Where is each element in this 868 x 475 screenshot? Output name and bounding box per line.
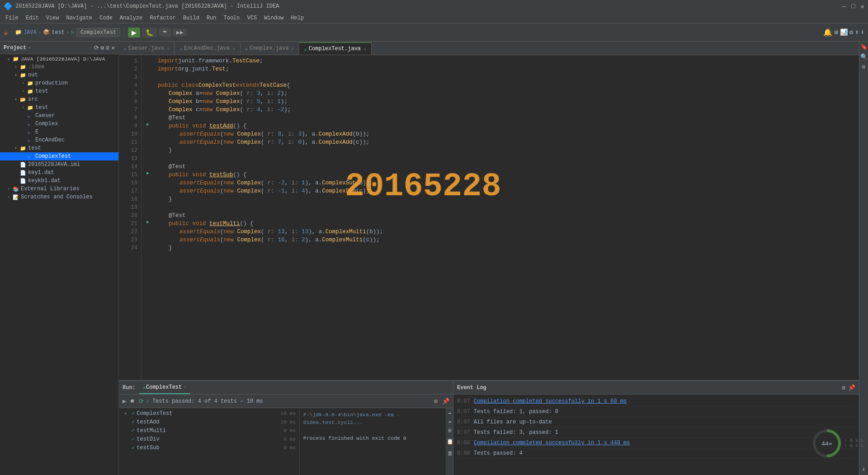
menu-item-view[interactable]: View [42,14,63,22]
close-sidebar-icon[interactable]: ✕ [111,44,115,52]
run-play-icon[interactable]: ▶ [121,397,128,406]
code-line-11: assertEquals(new Complex( r: 7, i: 0), a… [158,138,855,146]
debug-button[interactable]: 🐛 [142,28,157,38]
test-item-testMulti[interactable]: ✓ testMulti 0 ms [119,426,299,435]
test-item-testSub[interactable]: ✓ testSub 0 ms [119,443,299,452]
tree-item-idea[interactable]: › 📁 .idea [0,63,118,71]
run-settings-icon[interactable]: ⚙ [432,397,439,406]
tree-item-production[interactable]: › 📁 production [0,79,118,87]
run-button[interactable]: ▶ [128,28,140,38]
project-name[interactable]: JAVA [24,29,37,36]
run-side-tool-2[interactable]: ⬇ [445,419,453,425]
tree-item-complexTest[interactable]: ☕ ComplexTest [0,152,118,160]
tab-encAndDec[interactable]: ☕ EncAndDec.java ✕ [175,42,240,55]
menu-item-vcs[interactable]: VCS [244,14,261,22]
menu-item-build[interactable]: Build [179,14,203,22]
tree-item-src-test[interactable]: › 📁 test [0,103,118,112]
sidebar-dropdown-icon[interactable]: ▾ [28,45,31,51]
module-name[interactable]: test [52,29,65,36]
vcs-push-icon[interactable]: ⬆ [855,28,859,36]
toolbar-arrow2: › [66,30,70,35]
right-tool-3[interactable]: ⚙ [862,63,866,71]
tab-complexTest[interactable]: ☕ ComplexTest.java ✕ [299,42,371,55]
test-item-testDiv[interactable]: ✓ testDiv 0 ms [119,435,299,443]
code-line-5: Complex a=new Complex( r: 3, i: 2); [158,89,855,98]
code-line-22: assertEquals(new Complex( r: 13, i: 13),… [158,228,855,236]
vcs-pull-icon[interactable]: ⬇ [861,28,864,36]
more-run-button[interactable]: ▶▶ [173,28,187,36]
run-side-tool-5[interactable]: 🗑 [445,448,453,458]
tab-complexTest-close[interactable]: ✕ [363,46,367,52]
run-side-tool-1[interactable]: ⬆ [445,410,453,417]
run-tab-close[interactable]: ✕ [184,385,186,390]
project-structure-icon[interactable]: 📊 [840,28,848,36]
menu-item-help[interactable]: Help [287,14,307,22]
log-link-4[interactable]: Compilation completed successfully in 1 … [474,439,630,447]
menu-item-navigate[interactable]: Navigate [62,14,96,22]
tree-item-keykb1[interactable]: 📄 keykb1.dat [0,177,118,185]
log-entry-2: 8:07 All files are up-to-date [457,417,855,428]
menu-item-run[interactable]: Run [203,14,220,22]
test-item-root[interactable]: ▾ ✓ ComplexTest 10 ms [119,409,299,418]
minimize-button[interactable]: — [842,3,846,10]
coverage-button[interactable]: ☂ [159,28,171,37]
run-rerun-icon[interactable]: ⟳ [137,397,146,406]
notification-icon[interactable]: 🔔 [823,28,832,37]
run-stop-icon[interactable]: ■ [129,397,136,405]
right-tool-4[interactable]: ⬇ [862,466,866,473]
console-output[interactable]: F:\jdk-9.0.4\bin\java.exe -ea -Didea.tes… [300,408,446,475]
event-log-settings-icon[interactable]: ⚙ [842,384,845,391]
gutter-9[interactable]: ▶ [142,120,154,128]
tab-complex[interactable]: ☕ Complex.java ✕ [241,42,300,55]
code-editor[interactable]: import junit.framework.TestCase; import … [154,55,859,380]
run-side-tool-3[interactable]: ⊞ [445,427,453,434]
tree-item-caeser[interactable]: ☕ Caeser [0,112,118,120]
menu-item-file[interactable]: File [2,14,22,22]
tree-item-test-folder[interactable]: ▾ 📁 test [0,144,118,152]
tab-encAndDec-close[interactable]: ✕ [232,46,236,52]
menu-item-analyze[interactable]: Analyze [116,14,146,22]
menu-item-refactor[interactable]: Refactor [146,14,179,22]
gear-icon[interactable]: ⚙ [101,44,104,52]
tree-item-complex[interactable]: ☕ Complex [0,120,118,128]
run-pin-icon[interactable]: 📌 [440,397,451,406]
menu-item-tools[interactable]: Tools [220,14,244,22]
maximize-button[interactable]: □ [851,3,855,10]
run-side-tool-4[interactable]: 📋 [445,436,453,447]
tree-item-out-test[interactable]: › 📁 test [0,87,118,95]
right-tool-2[interactable]: 🔍 [860,53,868,61]
event-log-pin-icon[interactable]: 📌 [848,384,855,391]
tree-root[interactable]: ▾ 📁 JAVA [20165228JAVA] D:\JAVA [0,55,118,63]
sync-icon[interactable]: ⟳ [94,44,99,52]
tree-item-src[interactable]: ▾ 📂 src [0,95,118,103]
tab-complexTest-icon: ☕ [304,46,307,52]
tree-item-iml[interactable]: 📄 20165228JAVA.iml [0,160,118,169]
tab-encAndDec-icon: ☕ [179,46,182,52]
tab-complex-close[interactable]: ✕ [292,46,295,52]
tree-item-key1[interactable]: 📄 key1.dat [0,169,118,177]
expand-icon[interactable]: ⊡ [106,44,109,52]
test-item-testAdd[interactable]: ✓ testAdd 10 ms [119,418,299,426]
tree-item-e[interactable]: ☕ E [0,128,118,136]
code-line-19 [158,203,855,212]
tree-item-external-libs[interactable]: › 📚 External Libraries [0,185,118,193]
run-tab-complexTest[interactable]: ☕ ComplexTest ✕ [139,381,190,394]
log-link-0[interactable]: Compilation completed successfully in 1 … [474,397,627,405]
right-tool-1[interactable]: 🔖 [860,43,868,51]
event-log-title: Event Log [457,385,486,391]
tree-item-encAndDec[interactable]: ☕ EncAndDec [0,136,118,144]
tree-item-scratches[interactable]: › 📝 Scratches and Consoles [0,193,118,201]
tab-caeser-close[interactable]: ✕ [167,46,170,52]
settings-icon[interactable]: ⚙ [849,28,853,36]
menu-item-edit[interactable]: Edit [22,14,42,22]
tab-caeser[interactable]: ☕ Caeser.java ✕ [119,42,175,55]
gutter-21[interactable]: ▶ [142,218,154,226]
menu-item-code[interactable]: Code [96,14,116,22]
config-name[interactable]: ComplexTest [76,28,120,37]
gutter-15[interactable]: ▶ [142,169,154,177]
gutter-10 [142,128,154,136]
close-button[interactable]: ✕ [861,3,864,10]
test-pass-icon-root: ✓ [132,410,135,417]
menu-item-window[interactable]: Window [260,14,287,22]
tree-item-out[interactable]: ▾ 📁 out [0,71,118,79]
